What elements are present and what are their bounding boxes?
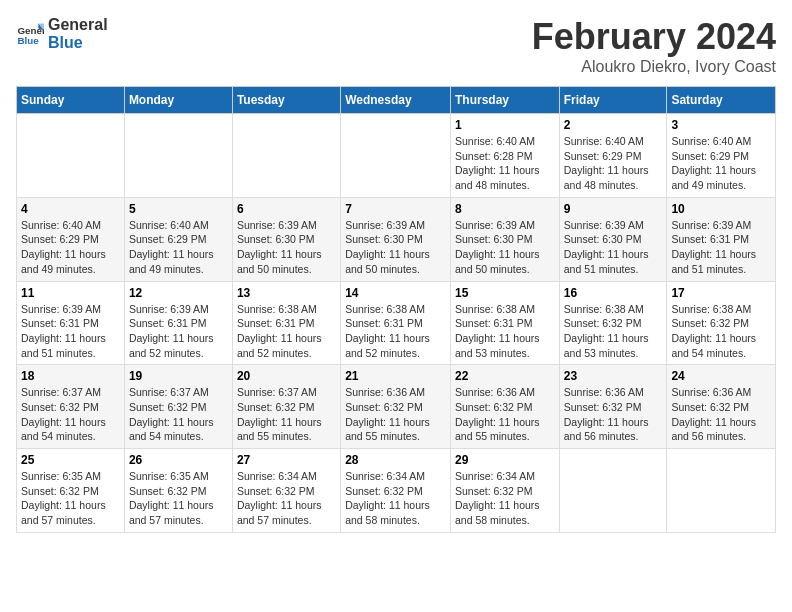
- day-detail: Sunrise: 6:36 AMSunset: 6:32 PMDaylight:…: [455, 385, 555, 444]
- day-detail: Sunrise: 6:38 AMSunset: 6:31 PMDaylight:…: [455, 302, 555, 361]
- calendar-cell: 14Sunrise: 6:38 AMSunset: 6:31 PMDayligh…: [341, 281, 451, 365]
- calendar-cell: [17, 114, 125, 198]
- day-detail: Sunrise: 6:35 AMSunset: 6:32 PMDaylight:…: [129, 469, 228, 528]
- day-number: 7: [345, 202, 446, 216]
- day-number: 22: [455, 369, 555, 383]
- header-monday: Monday: [124, 87, 232, 114]
- day-number: 16: [564, 286, 663, 300]
- day-detail: Sunrise: 6:37 AMSunset: 6:32 PMDaylight:…: [129, 385, 228, 444]
- day-detail: Sunrise: 6:39 AMSunset: 6:30 PMDaylight:…: [455, 218, 555, 277]
- calendar-cell: 10Sunrise: 6:39 AMSunset: 6:31 PMDayligh…: [667, 197, 776, 281]
- svg-text:Blue: Blue: [17, 34, 39, 45]
- day-number: 27: [237, 453, 336, 467]
- header-saturday: Saturday: [667, 87, 776, 114]
- day-number: 26: [129, 453, 228, 467]
- calendar-cell: 2Sunrise: 6:40 AMSunset: 6:29 PMDaylight…: [559, 114, 667, 198]
- day-detail: Sunrise: 6:34 AMSunset: 6:32 PMDaylight:…: [345, 469, 446, 528]
- calendar-table: SundayMondayTuesdayWednesdayThursdayFrid…: [16, 86, 776, 533]
- calendar-cell: 9Sunrise: 6:39 AMSunset: 6:30 PMDaylight…: [559, 197, 667, 281]
- day-detail: Sunrise: 6:39 AMSunset: 6:30 PMDaylight:…: [345, 218, 446, 277]
- day-number: 20: [237, 369, 336, 383]
- day-number: 17: [671, 286, 771, 300]
- day-detail: Sunrise: 6:36 AMSunset: 6:32 PMDaylight:…: [671, 385, 771, 444]
- day-detail: Sunrise: 6:34 AMSunset: 6:32 PMDaylight:…: [455, 469, 555, 528]
- calendar-cell: 26Sunrise: 6:35 AMSunset: 6:32 PMDayligh…: [124, 449, 232, 533]
- day-number: 18: [21, 369, 120, 383]
- day-detail: Sunrise: 6:39 AMSunset: 6:30 PMDaylight:…: [237, 218, 336, 277]
- day-detail: Sunrise: 6:39 AMSunset: 6:31 PMDaylight:…: [21, 302, 120, 361]
- day-detail: Sunrise: 6:36 AMSunset: 6:32 PMDaylight:…: [345, 385, 446, 444]
- calendar-cell: [341, 114, 451, 198]
- calendar-cell: 6Sunrise: 6:39 AMSunset: 6:30 PMDaylight…: [232, 197, 340, 281]
- page-subtitle: Aloukro Diekro, Ivory Coast: [532, 58, 776, 76]
- calendar-cell: 23Sunrise: 6:36 AMSunset: 6:32 PMDayligh…: [559, 365, 667, 449]
- day-detail: Sunrise: 6:40 AMSunset: 6:29 PMDaylight:…: [129, 218, 228, 277]
- calendar-cell: 7Sunrise: 6:39 AMSunset: 6:30 PMDaylight…: [341, 197, 451, 281]
- header-wednesday: Wednesday: [341, 87, 451, 114]
- calendar-cell: [667, 449, 776, 533]
- calendar-cell: [124, 114, 232, 198]
- calendar-cell: 1Sunrise: 6:40 AMSunset: 6:28 PMDaylight…: [450, 114, 559, 198]
- calendar-cell: 3Sunrise: 6:40 AMSunset: 6:29 PMDaylight…: [667, 114, 776, 198]
- day-number: 12: [129, 286, 228, 300]
- calendar-cell: 27Sunrise: 6:34 AMSunset: 6:32 PMDayligh…: [232, 449, 340, 533]
- day-detail: Sunrise: 6:39 AMSunset: 6:31 PMDaylight:…: [129, 302, 228, 361]
- calendar-week-2: 4Sunrise: 6:40 AMSunset: 6:29 PMDaylight…: [17, 197, 776, 281]
- calendar-cell: 13Sunrise: 6:38 AMSunset: 6:31 PMDayligh…: [232, 281, 340, 365]
- day-number: 11: [21, 286, 120, 300]
- calendar-week-1: 1Sunrise: 6:40 AMSunset: 6:28 PMDaylight…: [17, 114, 776, 198]
- day-detail: Sunrise: 6:38 AMSunset: 6:32 PMDaylight:…: [564, 302, 663, 361]
- day-number: 5: [129, 202, 228, 216]
- day-detail: Sunrise: 6:34 AMSunset: 6:32 PMDaylight:…: [237, 469, 336, 528]
- day-detail: Sunrise: 6:40 AMSunset: 6:29 PMDaylight:…: [564, 134, 663, 193]
- calendar-cell: 11Sunrise: 6:39 AMSunset: 6:31 PMDayligh…: [17, 281, 125, 365]
- calendar-week-4: 18Sunrise: 6:37 AMSunset: 6:32 PMDayligh…: [17, 365, 776, 449]
- logo: General Blue General Blue: [16, 16, 108, 51]
- day-number: 21: [345, 369, 446, 383]
- calendar-cell: 4Sunrise: 6:40 AMSunset: 6:29 PMDaylight…: [17, 197, 125, 281]
- day-number: 1: [455, 118, 555, 132]
- day-number: 24: [671, 369, 771, 383]
- page-header: General Blue General Blue February 2024 …: [16, 16, 776, 76]
- calendar-cell: 15Sunrise: 6:38 AMSunset: 6:31 PMDayligh…: [450, 281, 559, 365]
- day-number: 15: [455, 286, 555, 300]
- day-detail: Sunrise: 6:38 AMSunset: 6:31 PMDaylight:…: [345, 302, 446, 361]
- day-number: 9: [564, 202, 663, 216]
- calendar-cell: 20Sunrise: 6:37 AMSunset: 6:32 PMDayligh…: [232, 365, 340, 449]
- calendar-cell: 29Sunrise: 6:34 AMSunset: 6:32 PMDayligh…: [450, 449, 559, 533]
- calendar-cell: 12Sunrise: 6:39 AMSunset: 6:31 PMDayligh…: [124, 281, 232, 365]
- calendar-cell: 22Sunrise: 6:36 AMSunset: 6:32 PMDayligh…: [450, 365, 559, 449]
- calendar-cell: 8Sunrise: 6:39 AMSunset: 6:30 PMDaylight…: [450, 197, 559, 281]
- page-title: February 2024: [532, 16, 776, 58]
- calendar-cell: 24Sunrise: 6:36 AMSunset: 6:32 PMDayligh…: [667, 365, 776, 449]
- day-number: 23: [564, 369, 663, 383]
- calendar-cell: 21Sunrise: 6:36 AMSunset: 6:32 PMDayligh…: [341, 365, 451, 449]
- day-detail: Sunrise: 6:36 AMSunset: 6:32 PMDaylight:…: [564, 385, 663, 444]
- calendar-cell: 18Sunrise: 6:37 AMSunset: 6:32 PMDayligh…: [17, 365, 125, 449]
- header-thursday: Thursday: [450, 87, 559, 114]
- day-detail: Sunrise: 6:38 AMSunset: 6:32 PMDaylight:…: [671, 302, 771, 361]
- logo-icon: General Blue: [16, 20, 44, 48]
- day-detail: Sunrise: 6:37 AMSunset: 6:32 PMDaylight:…: [237, 385, 336, 444]
- header-tuesday: Tuesday: [232, 87, 340, 114]
- day-detail: Sunrise: 6:40 AMSunset: 6:29 PMDaylight:…: [671, 134, 771, 193]
- day-number: 19: [129, 369, 228, 383]
- day-number: 13: [237, 286, 336, 300]
- day-detail: Sunrise: 6:38 AMSunset: 6:31 PMDaylight:…: [237, 302, 336, 361]
- calendar-cell: 19Sunrise: 6:37 AMSunset: 6:32 PMDayligh…: [124, 365, 232, 449]
- day-number: 28: [345, 453, 446, 467]
- calendar-cell: 16Sunrise: 6:38 AMSunset: 6:32 PMDayligh…: [559, 281, 667, 365]
- day-number: 14: [345, 286, 446, 300]
- day-number: 10: [671, 202, 771, 216]
- day-detail: Sunrise: 6:35 AMSunset: 6:32 PMDaylight:…: [21, 469, 120, 528]
- day-number: 25: [21, 453, 120, 467]
- calendar-header-row: SundayMondayTuesdayWednesdayThursdayFrid…: [17, 87, 776, 114]
- calendar-cell: 28Sunrise: 6:34 AMSunset: 6:32 PMDayligh…: [341, 449, 451, 533]
- day-detail: Sunrise: 6:39 AMSunset: 6:31 PMDaylight:…: [671, 218, 771, 277]
- day-number: 8: [455, 202, 555, 216]
- calendar-cell: [559, 449, 667, 533]
- calendar-cell: 17Sunrise: 6:38 AMSunset: 6:32 PMDayligh…: [667, 281, 776, 365]
- day-detail: Sunrise: 6:37 AMSunset: 6:32 PMDaylight:…: [21, 385, 120, 444]
- day-detail: Sunrise: 6:40 AMSunset: 6:29 PMDaylight:…: [21, 218, 120, 277]
- calendar-cell: 25Sunrise: 6:35 AMSunset: 6:32 PMDayligh…: [17, 449, 125, 533]
